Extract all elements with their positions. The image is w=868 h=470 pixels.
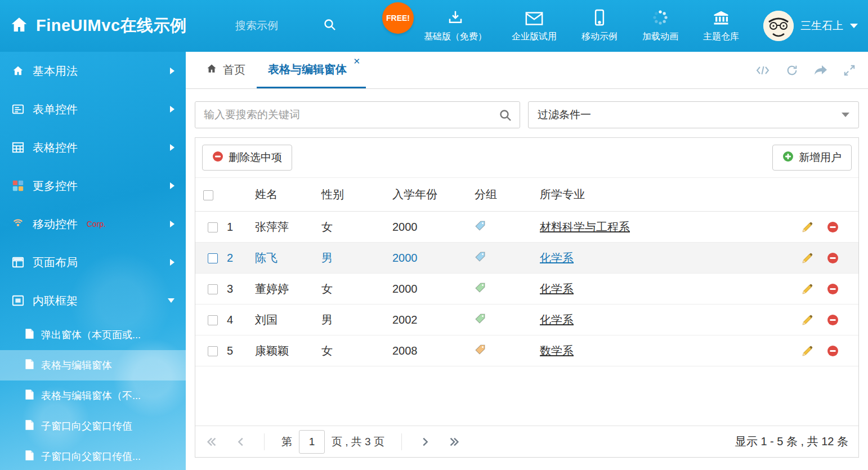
cell-year: 2000	[388, 212, 470, 243]
filter-dropdown[interactable]: 过滤条件一	[528, 101, 859, 128]
sidebar-subitem-popup-window[interactable]: 弹出窗体（本页面或...	[0, 320, 186, 350]
chevron-right-icon	[170, 106, 175, 113]
cell-gender: 男	[317, 305, 388, 335]
last-page-icon[interactable]	[448, 436, 460, 448]
nav-item-enterprise-trial[interactable]: 企业版试用	[512, 9, 557, 43]
row-checkbox[interactable]	[208, 284, 218, 294]
top-header: FineUIMvc在线示例 FREE! 基础版（免费） 企业版试用	[0, 0, 868, 52]
page-icon	[25, 389, 34, 403]
page-number-input[interactable]	[299, 430, 325, 454]
col-header-gender[interactable]: 性别	[317, 178, 388, 212]
app-title: FineUIMvc在线示例	[36, 15, 187, 37]
broadcast-icon	[11, 218, 25, 230]
sidebar-subitem-child-to-parent[interactable]: 子窗口向父窗口传值	[0, 411, 186, 441]
col-header-major[interactable]: 所学专业	[535, 178, 797, 212]
table-row[interactable]: 3 董婷婷 女 2000 化学系	[195, 274, 858, 305]
edit-icon[interactable]	[801, 314, 813, 326]
sidebar-item-more-controls[interactable]: 更多控件	[0, 167, 186, 205]
refresh-icon[interactable]	[786, 64, 798, 77]
nav-item-mobile-demo[interactable]: 移动示例	[581, 9, 618, 43]
prev-page-icon[interactable]	[235, 436, 247, 448]
sidebar-item-mobile-controls[interactable]: 移动控件 Corp.	[0, 205, 186, 243]
user-menu[interactable]: 三生石上	[763, 11, 858, 41]
edit-icon[interactable]	[801, 252, 813, 265]
next-page-icon[interactable]	[419, 436, 431, 448]
top-search-input[interactable]	[235, 20, 308, 32]
delete-selected-label: 删除选中项	[229, 150, 282, 165]
cell-year: 2002	[388, 305, 470, 335]
row-index: 5	[222, 335, 250, 366]
col-header-group[interactable]: 分组	[470, 178, 535, 212]
nav-label: 基础版（免费）	[424, 31, 487, 43]
sidebar-item-form-controls[interactable]: 表单控件	[0, 90, 186, 128]
row-index: 2	[222, 243, 250, 274]
tab-close-icon[interactable]: ✕	[353, 57, 360, 65]
share-icon[interactable]	[814, 65, 827, 76]
delete-row-icon[interactable]	[827, 252, 839, 264]
edit-icon[interactable]	[801, 283, 813, 296]
add-user-button[interactable]: 新增用户	[772, 145, 852, 171]
search-icon[interactable]	[323, 18, 337, 34]
col-header-name[interactable]: 姓名	[250, 178, 317, 212]
brand[interactable]: FineUIMvc在线示例	[10, 15, 235, 37]
row-checkbox[interactable]	[208, 222, 218, 232]
row-checkbox[interactable]	[208, 315, 218, 325]
mobile-icon	[594, 9, 605, 26]
sidebar-item-iframe[interactable]: 内联框架	[0, 281, 186, 320]
row-checkbox[interactable]	[208, 253, 218, 263]
sidebar-item-grid-controls[interactable]: 表格控件	[0, 128, 186, 167]
major-link[interactable]: 材料科学与工程系	[540, 221, 630, 233]
sidebar-item-page-layout[interactable]: 页面布局	[0, 243, 186, 281]
major-link[interactable]: 化学系	[540, 283, 574, 295]
sidebar-subitem-child-to-parent-2[interactable]: 子窗口向父窗口传值...	[0, 441, 186, 470]
major-link[interactable]: 数学系	[540, 344, 574, 357]
sidebar-item-basic-usage[interactable]: 基本用法	[0, 52, 186, 90]
nav-item-loading-anim[interactable]: 加载动画	[642, 9, 678, 43]
nav-label: 移动示例	[581, 31, 618, 43]
row-checkbox[interactable]	[208, 346, 218, 356]
table-row-selected[interactable]: 2 陈飞 男 2000 化学系	[195, 243, 858, 274]
delete-selected-button[interactable]: 删除选中项	[202, 145, 292, 171]
delete-row-icon[interactable]	[827, 221, 839, 233]
table-row[interactable]: 4 刘国 男 2002 化学系	[195, 305, 858, 335]
delete-row-icon[interactable]	[827, 345, 839, 357]
expand-icon[interactable]	[843, 64, 856, 77]
tag-icon	[475, 344, 486, 355]
nav-item-basic-free[interactable]: 基础版（免费）	[424, 9, 487, 43]
nav-item-theme-store[interactable]: 主题仓库	[703, 9, 739, 43]
sidebar-item-label: 内联框架	[33, 293, 78, 308]
sidebar-subitem-grid-edit-window[interactable]: 表格与编辑窗体	[0, 350, 186, 381]
tab-home[interactable]: 首页	[195, 52, 257, 88]
edit-icon[interactable]	[801, 221, 813, 234]
keyword-search-input[interactable]	[195, 102, 520, 128]
sidebar-subitem-label: 子窗口向父窗口传值	[41, 419, 132, 433]
col-header-year[interactable]: 入学年份	[388, 178, 470, 212]
delete-row-icon[interactable]	[827, 314, 839, 326]
user-name: 三生石上	[800, 19, 843, 33]
grid-toolbar: 删除选中项 新增用户	[195, 138, 858, 177]
first-page-icon[interactable]	[205, 436, 218, 448]
home-icon	[206, 63, 217, 77]
edit-icon[interactable]	[801, 345, 813, 357]
table-row[interactable]: 5 康颖颖 女 2008 数学系	[195, 335, 858, 366]
home-icon	[10, 16, 28, 36]
frame-icon	[11, 294, 25, 307]
code-icon[interactable]	[755, 65, 770, 76]
sidebar-subitem-grid-edit-window-2[interactable]: 表格与编辑窗体（不...	[0, 381, 186, 411]
cell-name: 刘国	[250, 305, 317, 335]
cell-year: 2000	[388, 274, 470, 305]
select-all-checkbox[interactable]	[203, 190, 213, 200]
pagination-bar: 第 页 , 共 3 页 显示 1 - 5 条 , 共 12 条	[195, 426, 858, 457]
tab-grid-edit-window[interactable]: 表格与编辑窗体 ✕	[257, 52, 366, 88]
chevron-right-icon	[170, 182, 175, 189]
tag-icon	[475, 282, 486, 293]
sidebar-item-label: 表格控件	[33, 140, 78, 155]
table-row[interactable]: 1 张萍萍 女 2000 材料科学与工程系	[195, 212, 858, 243]
delete-row-icon[interactable]	[827, 283, 839, 295]
major-link[interactable]: 化学系	[540, 252, 574, 264]
major-link[interactable]: 化学系	[540, 314, 574, 326]
sidebar-subitem-label: 子窗口向父窗口传值...	[41, 450, 141, 463]
search-icon[interactable]	[499, 109, 512, 124]
page-icon	[25, 450, 34, 464]
col-header-index	[222, 178, 250, 212]
